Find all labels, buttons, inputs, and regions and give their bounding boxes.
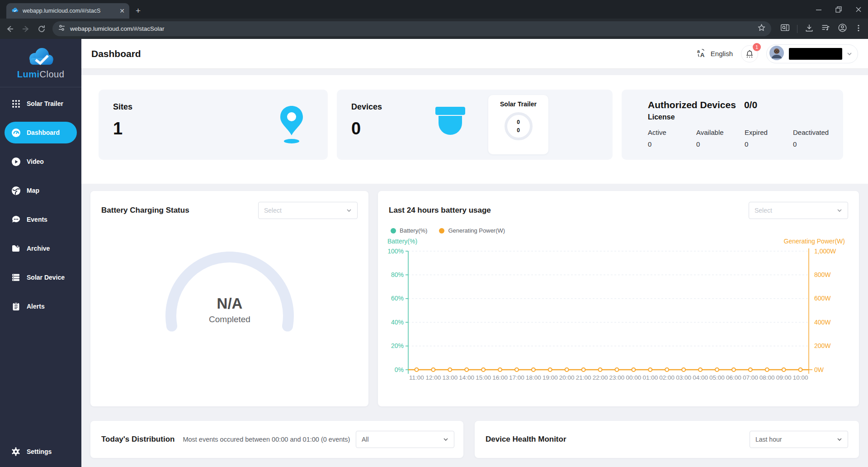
user-menu[interactable] — [766, 44, 858, 63]
downloads-button[interactable] — [805, 24, 814, 34]
license-stat-active: Active 0 — [648, 129, 696, 148]
svg-text:14:00: 14:00 — [459, 374, 474, 381]
distribution-select[interactable]: All — [356, 431, 454, 448]
window-minimize-button[interactable] — [816, 6, 822, 13]
sidebar-item-label: Alerts — [27, 303, 45, 310]
svg-text:200W: 200W — [814, 342, 831, 349]
battery-status-title: Battery Charging Status — [101, 206, 189, 215]
alarm-notifications-button[interactable]: 1 — [741, 45, 758, 62]
battery-usage-title: Last 24 hours battery usage — [389, 206, 491, 215]
sidebar-item-map[interactable]: Map — [5, 180, 77, 201]
site-settings-icon[interactable] — [58, 24, 66, 33]
translate-icon: a A — [697, 48, 707, 60]
svg-text:11:00: 11:00 — [409, 374, 424, 381]
todays-distribution-card: Today's Distribution Most events occured… — [90, 421, 463, 458]
license-stat-expired: Expired 0 — [745, 129, 793, 148]
svg-text:17:00: 17:00 — [509, 374, 524, 381]
svg-text:08:00: 08:00 — [760, 374, 775, 381]
language-label: English — [711, 50, 733, 57]
charging-gauge: N/A Completed — [101, 252, 358, 335]
sidebar-item-video[interactable]: Video — [5, 151, 77, 172]
svg-text:1,000W: 1,000W — [814, 248, 836, 255]
sidebar-item-solar-trailer[interactable]: Solar Trailer — [5, 93, 77, 114]
legend-dot-generating-power — [439, 228, 444, 234]
distribution-subtitle: Most events occured between 00:00 and 01… — [183, 436, 350, 443]
solar-trailer-title: Solar Trailer — [488, 100, 548, 108]
battery-usage-chart: 100%80%60%40%20%0%Battery(%)1,000W800W60… — [378, 236, 848, 385]
devices-value: 0 — [351, 119, 613, 138]
chevron-down-icon — [837, 208, 842, 213]
svg-text:0W: 0W — [814, 366, 824, 373]
sidebar-item-alerts[interactable]: Alerts — [5, 295, 77, 317]
location-pin-icon — [277, 104, 306, 148]
favicon-cloud-icon — [11, 7, 19, 15]
sidebar-item-label: Solar Trailer — [27, 100, 63, 107]
svg-text:A: A — [700, 52, 704, 58]
svg-text:Battery(%): Battery(%) — [387, 238, 417, 245]
sidebar-item-archive[interactable]: Archive — [5, 238, 77, 259]
user-name-redacted — [789, 48, 842, 60]
svg-text:15:00: 15:00 — [476, 374, 491, 381]
authorized-devices-card: Authorized Devices 0/0 License Active 0 … — [622, 90, 843, 160]
svg-text:22:00: 22:00 — [593, 374, 608, 381]
url-bar[interactable]: webapp.lumicloud.com/#/stacSolar — [52, 21, 771, 36]
sidebar-item-dashboard[interactable]: Dashboard — [5, 122, 77, 143]
profile-button[interactable] — [838, 23, 847, 34]
svg-text:18:00: 18:00 — [526, 374, 541, 381]
svg-text:800W: 800W — [814, 271, 831, 278]
forward-button[interactable] — [21, 24, 31, 34]
legend-generating-power[interactable]: Generating Power(W) — [439, 227, 505, 234]
battery-charging-status-card: Battery Charging Status Select N/A Compl… — [90, 191, 368, 406]
browser-tab[interactable]: webapp.lumicloud.com/#/stacS ✕ — [6, 3, 129, 19]
authorized-title: Authorized Devices — [648, 100, 736, 110]
app-logo: LumiCloud — [0, 39, 81, 87]
sidebar-item-settings[interactable]: Settings — [5, 441, 77, 462]
archive-folder-icon — [11, 243, 21, 253]
battery-status-select[interactable]: Select — [258, 202, 358, 219]
svg-text:01:00: 01:00 — [642, 374, 658, 381]
window-restore-button[interactable] — [835, 6, 842, 13]
gauge-caption: Completed — [209, 315, 250, 324]
reload-button[interactable] — [37, 24, 46, 34]
sidebar-item-solar-device[interactable]: Solar Device — [5, 267, 77, 288]
health-select[interactable]: Last hour — [750, 431, 848, 448]
sidebar-item-label: Dashboard — [27, 129, 60, 136]
bookmark-star-icon[interactable] — [757, 24, 766, 34]
chevron-down-icon — [847, 51, 852, 57]
tab-close-icon[interactable]: ✕ — [119, 8, 125, 14]
chart-legend: Battery(%) Generating Power(W) — [391, 227, 848, 234]
toolbar-separator — [797, 25, 797, 33]
battery-usage-card: Last 24 hours battery usage Select Batte… — [378, 191, 859, 406]
license-stat-deactivated: Deactivated 0 — [793, 129, 841, 148]
distribution-title: Today's Distribution — [101, 435, 175, 444]
battery-usage-select[interactable]: Select — [749, 202, 848, 219]
tab-title: webapp.lumicloud.com/#/stacS — [23, 8, 116, 14]
side-panel-search-icon[interactable] — [780, 23, 790, 34]
legend-battery[interactable]: Battery(%) — [391, 227, 427, 234]
sidebar-item-label: Events — [27, 216, 47, 223]
menu-kebab-icon[interactable] — [854, 24, 863, 34]
url-text[interactable]: webapp.lumicloud.com/#/stacSolar — [70, 25, 753, 32]
new-tab-button[interactable]: + — [136, 6, 141, 16]
chevron-down-icon — [346, 208, 352, 213]
alerts-clipboard-icon — [11, 301, 21, 311]
sidebar-item-events[interactable]: Events — [5, 209, 77, 230]
license-subtitle: License — [648, 113, 843, 121]
chevron-down-icon — [837, 437, 842, 442]
svg-text:12:00: 12:00 — [425, 374, 441, 381]
media-controls-icon[interactable] — [821, 23, 830, 34]
dashboard-icon — [11, 128, 21, 138]
sidebar-item-label: Settings — [27, 448, 52, 455]
sidebar-item-label: Solar Device — [27, 274, 65, 281]
devices-label: Devices — [351, 102, 613, 112]
svg-text:20%: 20% — [391, 342, 404, 349]
back-button[interactable] — [5, 24, 15, 34]
window-close-button[interactable] — [855, 6, 862, 13]
gear-icon — [11, 447, 21, 457]
grid-icon — [11, 99, 21, 109]
language-selector[interactable]: a A English — [697, 48, 733, 60]
svg-text:13:00: 13:00 — [442, 374, 458, 381]
license-stat-available: Available 0 — [696, 129, 745, 148]
gauge-value: N/A — [217, 295, 242, 312]
sidebar: LumiCloud Solar Trailer Dashboard — [0, 39, 81, 467]
